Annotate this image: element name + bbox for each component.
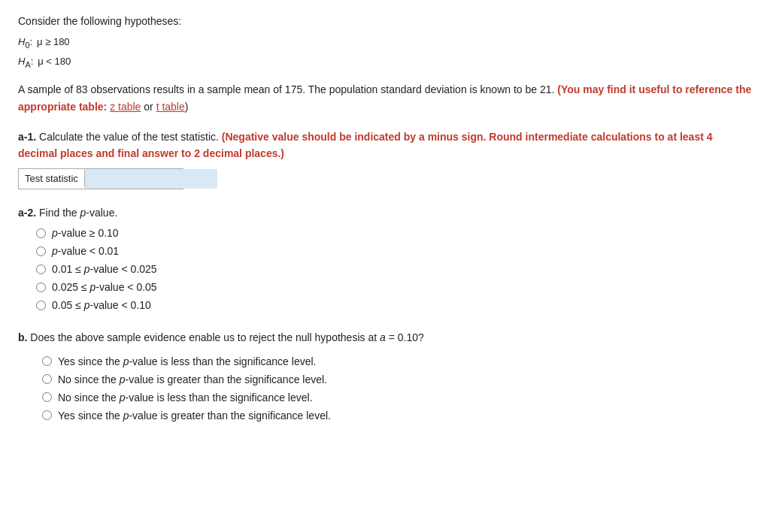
ha-line: HA: μ < 180	[18, 53, 752, 72]
pvalue-radio-1[interactable]	[36, 228, 46, 238]
b-option-4-text: Yes since the p-value is greater than th…	[58, 410, 331, 422]
b-radio-3[interactable]	[42, 392, 52, 402]
section-a1: a-1. Calculate the value of the test sta…	[18, 128, 752, 189]
pvalue-option-2-text: p-value < 0.01	[52, 245, 119, 257]
b-option-1[interactable]: Yes since the p-value is less than the s…	[42, 355, 752, 367]
pvalue-option-4[interactable]: 0.025 ≤ p-value < 0.05	[36, 281, 752, 293]
test-statistic-input[interactable]	[85, 169, 217, 189]
or-text: or	[144, 101, 153, 113]
pvalue-option-1[interactable]: p-value ≥ 0.10	[36, 227, 752, 239]
pvalue-radio-5[interactable]	[36, 301, 46, 310]
h0-label: H0:	[18, 33, 32, 53]
b-option-3[interactable]: No since the p-value is less than the si…	[42, 391, 752, 404]
close-paren: )	[185, 101, 189, 113]
b-radio-group: Yes since the p-value is less than the s…	[42, 355, 752, 422]
pvalue-option-4-text: 0.025 ≤ p-value < 0.05	[52, 281, 157, 293]
b-radio-4[interactable]	[42, 410, 52, 420]
a1-label: a-1. Calculate the value of the test sta…	[18, 128, 752, 162]
pvalue-option-1-text: p-value ≥ 0.10	[52, 227, 119, 239]
pvalue-radio-3[interactable]	[36, 264, 46, 274]
pvalue-radio-4[interactable]	[36, 283, 46, 292]
pvalue-option-5[interactable]: 0.05 ≤ p-value < 0.10	[36, 299, 752, 311]
a1-instructions-red: (Negative value should be indicated by a…	[18, 131, 713, 159]
b-option-2[interactable]: No since the p-value is greater than the…	[42, 373, 752, 385]
intro-text: Consider the following hypotheses:	[18, 15, 752, 27]
test-statistic-row: Test statistic	[18, 168, 183, 189]
b-option-3-text: No since the p-value is less than the si…	[58, 391, 313, 404]
pvalue-option-3-text: 0.01 ≤ p-value < 0.025	[52, 263, 157, 275]
b-option-2-text: No since the p-value is greater than the…	[58, 373, 327, 385]
sample-text: A sample of 83 observations results in a…	[18, 81, 752, 115]
b-radio-1[interactable]	[42, 356, 52, 366]
pvalue-radio-2[interactable]	[36, 246, 46, 256]
b-option-1-text: Yes since the p-value is less than the s…	[58, 355, 316, 367]
pvalue-radio-group: p-value ≥ 0.10 p-value < 0.01 0.01 ≤ p-v…	[36, 227, 752, 311]
t-table-link[interactable]: t table	[156, 101, 185, 113]
section-a2: a-2. Find the p-value. p-value ≥ 0.10 p-…	[18, 204, 752, 311]
b-label: b. Does the above sample evidence enable…	[18, 329, 752, 346]
pvalue-option-3[interactable]: 0.01 ≤ p-value < 0.025	[36, 263, 752, 275]
hypothesis-block: H0: μ ≥ 180 HA: μ < 180	[18, 33, 752, 72]
pvalue-option-2[interactable]: p-value < 0.01	[36, 245, 752, 257]
ha-expr: μ < 180	[38, 53, 71, 70]
pvalue-option-5-text: 0.05 ≤ p-value < 0.10	[52, 299, 151, 311]
h0-line: H0: μ ≥ 180	[18, 33, 752, 53]
ha-label: HA:	[18, 53, 33, 72]
test-statistic-label: Test statistic	[19, 170, 85, 187]
b-option-4[interactable]: Yes since the p-value is greater than th…	[42, 410, 752, 422]
a2-label: a-2. Find the p-value.	[18, 204, 752, 221]
section-b: b. Does the above sample evidence enable…	[18, 329, 752, 421]
h0-expr: μ ≥ 180	[37, 33, 70, 50]
z-table-link[interactable]: z table	[110, 101, 141, 113]
b-radio-2[interactable]	[42, 374, 52, 384]
